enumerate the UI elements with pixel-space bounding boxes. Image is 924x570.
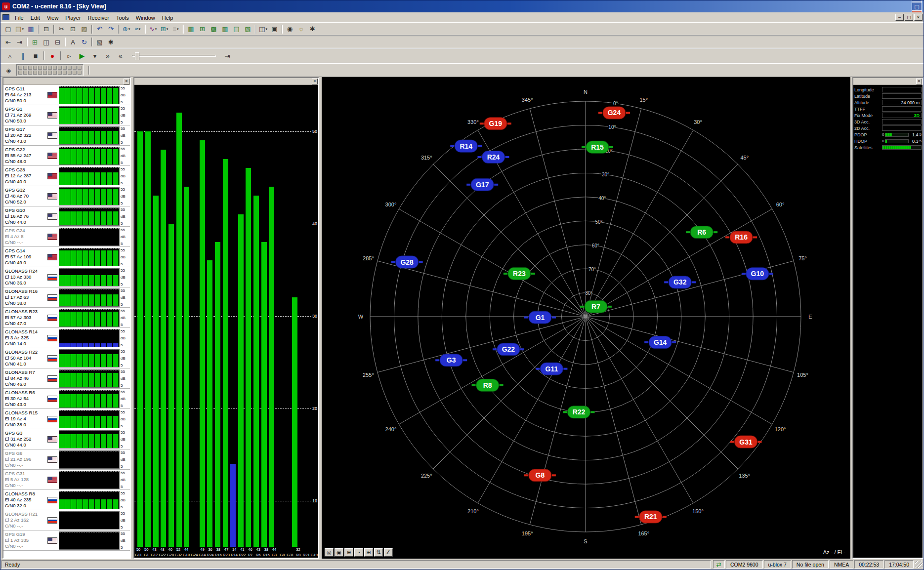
play-button[interactable]: ▶ [76,50,88,61]
redo-button[interactable]: ↷ [105,24,117,34]
connection-button[interactable]: ⊕▾ [121,24,132,34]
satellite-row[interactable]: GPS G11El 64 Az 213C/N0 50.055dB5 [3,85,130,105]
open-file-button[interactable]: ▤▾ [14,24,25,34]
mdi-close-button[interactable]: × [914,14,923,21]
satellite-row[interactable]: GPS G22El 55 Az 247C/N0 48.055dB5 [3,146,130,166]
satellite-row[interactable]: GLONASS R15El 19 Az 4C/N0 38.055dB5 [3,409,130,429]
full-screen-button[interactable]: ▣ [269,24,280,34]
cut-button[interactable]: ✂ [56,24,67,34]
filter-button[interactable]: ▧ [94,37,105,47]
mdi-minimize-button[interactable]: – [895,14,904,21]
paste-button[interactable]: ▨ [79,24,90,34]
satellite-row[interactable]: GLONASS R22El 50 Az 184C/N0 41.055dB5 [3,348,130,368]
satellite-row[interactable]: GLONASS R16El 17 Az 63C/N0 38.055dB5 [3,287,130,308]
db-scale-max: 55 [121,126,129,131]
satellite-row[interactable]: GPS G10El 16 Az 76C/N0 44.055dB5 [3,206,130,227]
messages-view-button[interactable]: ▦ [185,24,197,34]
angle-mode-button[interactable]: ∠ [384,548,393,557]
satellite-id-label: R15 [262,552,270,558]
globe-mode-button[interactable]: ⊕ [344,548,353,557]
packet-console-button[interactable]: ▤ [231,24,242,34]
new-view-button[interactable]: ⊞ [29,37,41,47]
db-scale-min: 5 [121,404,129,408]
pause-button[interactable]: ∥ [16,50,29,61]
satellite-row[interactable]: GLONASS R7El 84 Az 46C/N0 46.055dB5 [3,368,130,389]
menu-help[interactable]: Help [159,14,177,22]
satellite-row[interactable]: GPS G3El 31 Az 252C/N0 44.055dB5 [3,429,130,449]
db-scale-max: 55 [121,86,129,90]
labels-toggle-button[interactable]: ⇅ [374,548,383,557]
camera-button[interactable]: ◉ [284,24,295,34]
text-console-button[interactable]: ≡▾ [170,24,181,34]
pie-mode-button[interactable]: ◔ [354,548,363,557]
refresh-button[interactable]: ↻ [79,37,90,47]
satellite-row[interactable]: GLONASS R24El 13 Az 330C/N0 36.055dB5 [3,267,130,287]
dock-left-button[interactable]: ⇤ [2,37,14,47]
binary-console-button[interactable]: ▧ [242,24,253,34]
new-file-button[interactable]: ▢ [2,24,14,34]
satellite-row[interactable]: GPS G19El 1 Az 335C/N0 --.-55dB5 [3,530,130,551]
satellite-id-label: R22 [238,552,246,558]
close-panel-button[interactable]: × [312,79,318,84]
menu-player[interactable]: Player [62,14,84,22]
satellite-row[interactable]: GPS G17El 20 Az 322C/N0 43.055dB5 [3,125,130,146]
map-view-button[interactable]: ⊞▾ [159,24,170,34]
stop-button[interactable]: ■ [29,50,42,61]
maximize-window-button[interactable]: ▢ [912,2,922,11]
brightness-button[interactable]: ☼ [295,24,307,34]
step-forward-button[interactable]: ▹ [63,50,76,61]
baud-rate-button[interactable]: ≈▾ [132,24,143,34]
satellite-row[interactable]: GPS G24El 4 Az 8C/N0 --.-55dB5 [3,227,130,247]
print-button[interactable]: ⊟ [41,24,52,34]
menu-file[interactable]: File [11,14,27,22]
configuration-view-button[interactable]: ⊞ [197,24,208,34]
satellite-row[interactable]: GPS G1El 71 Az 269C/N0 50.055dB5 [3,105,130,125]
jump-end-button[interactable]: ⇥ [221,50,234,61]
menu-receiver[interactable]: Receiver [84,14,113,22]
dock-right-button[interactable]: ⇥ [14,37,25,47]
rewind-button[interactable]: « [114,50,127,61]
docking-windows-button[interactable]: ◫▾ [257,24,269,34]
mdi-restore-button[interactable]: ▢ [905,14,913,21]
satellite-row[interactable]: GPS G32El 48 Az 70C/N0 52.055dB5 [3,186,130,206]
split-horizontal-button[interactable]: ◫ [41,37,52,47]
satellite-row[interactable]: GLONASS R8El 40 Az 235C/N0 32.055dB5 [3,490,130,510]
satellite-row[interactable]: GPS G14El 57 Az 109C/N0 49.055dB5 [3,247,130,267]
satellite-row[interactable]: GLONASS R14El 3 Az 325C/N0 14.055dB5 [3,328,130,348]
satellite-row[interactable]: GLONASS R23El 57 Az 303C/N0 47.055dB5 [3,308,130,328]
satellite-cn0: C/N0 44.0 [5,219,47,225]
save-file-button[interactable]: ▦ [25,24,37,34]
split-vertical-button[interactable]: ⊟ [52,37,63,47]
close-panel-button[interactable]: × [124,79,129,84]
playback-slider[interactable] [132,55,216,57]
db-scale-max: 55 [121,349,129,354]
message-filter-button[interactable]: ◈ [3,65,14,75]
satellite-row[interactable]: GPS G8El 21 Az 196C/N0 --.-55dB5 [3,449,130,470]
close-panel-button[interactable]: × [916,79,922,84]
copy-button[interactable]: ⊡ [67,24,79,34]
record-button[interactable]: ● [46,50,59,61]
table-view-button[interactable]: ▥ [219,24,231,34]
menu-edit[interactable]: Edit [27,14,43,22]
menu-tools[interactable]: Tools [113,14,132,22]
grid-toggle-button[interactable]: ⊞ [364,548,373,557]
play-speed-button[interactable]: ▾ [88,50,101,61]
center-view-button[interactable]: ◎ [325,548,334,557]
satellite-row[interactable]: GLONASS R6El 30 Az 54C/N0 43.055dB5 [3,389,130,409]
about-button[interactable]: ✱ [105,37,117,47]
resize-grip-icon[interactable] [915,561,923,568]
fast-forward-button[interactable]: » [101,50,114,61]
settings-button[interactable]: ✱ [307,24,318,34]
satellite-row[interactable]: GLONASS R21El 2 Az 162C/N0 --.-55dB5 [3,510,130,530]
eject-button[interactable]: ▵ [3,50,16,61]
statistics-view-button[interactable]: ▩ [208,24,219,34]
zoom-text-button[interactable]: A [67,37,79,47]
menu-view[interactable]: View [43,14,62,22]
undo-button[interactable]: ↶ [94,24,105,34]
follow-position-button[interactable]: ◉ [335,548,343,557]
menu-window[interactable]: Window [132,14,159,22]
playback-slider-handle[interactable] [135,52,139,60]
chart-view-button[interactable]: ∿▾ [147,24,159,34]
satellite-row[interactable]: GPS G31El 5 Az 128C/N0 --.-55dB5 [3,470,130,490]
satellite-row[interactable]: GPS G28El 12 Az 287C/N0 40.055dB5 [3,166,130,186]
